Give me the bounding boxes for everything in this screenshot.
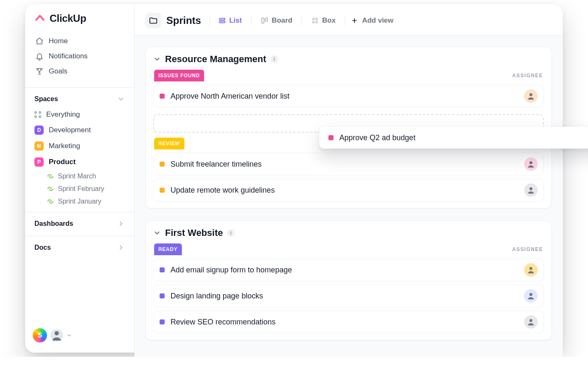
nav-home[interactable]: Home — [29, 34, 130, 49]
nav-goals-label: Goals — [49, 67, 67, 76]
space-everything[interactable]: Everything — [29, 107, 130, 122]
assignee-avatar[interactable] — [524, 315, 538, 329]
status-square-icon — [160, 319, 165, 324]
home-icon — [35, 37, 44, 45]
divider — [345, 16, 345, 26]
folder-icon — [149, 16, 158, 25]
status-square-icon — [160, 162, 165, 167]
task-row[interactable]: Update remote work guidelines — [153, 179, 544, 201]
tab-board[interactable]: Board — [257, 14, 296, 27]
spaces-header[interactable]: Spaces — [25, 93, 134, 107]
sprint-label: Sprint February — [58, 185, 104, 193]
space-badge: M — [34, 141, 44, 151]
space-everything-label: Everything — [46, 110, 80, 119]
clickup-logo-icon — [34, 13, 45, 24]
sprint-item[interactable]: Sprint February — [42, 183, 130, 195]
status-pill-review[interactable]: REVIEW — [154, 138, 184, 149]
task-title: Design landing page blocks — [171, 292, 263, 301]
nav-notifications[interactable]: Notifications — [29, 49, 130, 64]
task-title: Update remote work guidelines — [171, 186, 275, 195]
assignee-avatar[interactable] — [524, 157, 538, 171]
space-marketing[interactable]: M Marketing — [29, 138, 130, 154]
nav-notifications-label: Notifications — [49, 52, 88, 60]
grid-icon — [34, 111, 41, 118]
card-title: First Website — [165, 227, 223, 238]
status-square-icon — [160, 267, 165, 272]
page-title: Sprints — [166, 15, 201, 26]
task-row[interactable]: Submit freelancer timelines — [153, 153, 544, 175]
status-square-icon — [328, 135, 333, 140]
assignee-avatar[interactable] — [524, 89, 538, 103]
divider — [302, 16, 302, 26]
spaces-header-label: Spaces — [34, 95, 58, 103]
space-badge: P — [34, 157, 44, 167]
dashboards-header[interactable]: Dashboards — [25, 217, 134, 232]
card-header[interactable]: Resource Management i — [153, 54, 544, 65]
task-title: Add email signup form to homepage — [171, 266, 292, 274]
brand[interactable]: ClickUp — [25, 13, 134, 31]
bell-icon — [35, 52, 44, 60]
tab-box[interactable]: Box — [308, 14, 339, 27]
card-first-website: First Website i READY ASSIGNEE Add email… — [145, 220, 552, 340]
svg-rect-8 — [315, 21, 318, 24]
card-title: Resource Management — [165, 54, 266, 65]
assignee-avatar[interactable] — [524, 289, 538, 303]
nav-goals[interactable]: Goals — [29, 64, 130, 79]
folder-chip[interactable] — [145, 13, 161, 29]
info-icon[interactable]: i — [227, 229, 235, 237]
section-docs: Docs — [25, 236, 134, 256]
app-window: ClickUp Home Notifications Goals — [25, 4, 563, 353]
add-view[interactable]: Add view — [351, 16, 394, 25]
svg-point-13 — [530, 187, 533, 190]
space-product[interactable]: P Product — [29, 154, 130, 170]
task-row[interactable]: Design landing page blocks — [153, 285, 544, 307]
chevron-down-icon — [153, 55, 161, 63]
space-label: Marketing — [49, 142, 80, 150]
section-dashboards: Dashboards — [25, 212, 134, 232]
space-label: Product — [49, 158, 76, 166]
board-icon — [261, 17, 268, 24]
task-row[interactable]: Approve North American vendor list — [153, 85, 544, 107]
task-title: Approve Q2 ad budget — [339, 133, 415, 142]
space-development[interactable]: D Development — [29, 122, 130, 138]
sidebar-user[interactable]: S — [25, 324, 134, 347]
assignee-avatar[interactable] — [524, 263, 538, 277]
sprint-item[interactable]: Sprint January — [42, 195, 130, 208]
tasklist-review: Submit freelancer timelines Update remot… — [153, 153, 544, 201]
sprint-item[interactable]: Sprint March — [42, 170, 130, 183]
tab-list[interactable]: List — [215, 14, 245, 27]
svg-rect-2 — [219, 21, 225, 23]
status-square-icon — [160, 188, 165, 193]
sprint-icon — [47, 186, 54, 192]
task-row[interactable]: Review SEO recommendations — [153, 311, 544, 333]
svg-point-12 — [530, 161, 533, 164]
docs-header[interactable]: Docs — [25, 241, 134, 256]
space-list: Everything D Development M Marketing P P… — [25, 107, 134, 208]
content: Resource Management i ISSUES FOUND ASSIG… — [134, 36, 563, 357]
tab-board-label: Board — [272, 16, 292, 25]
group-head-issues: ISSUES FOUND ASSIGNEE — [154, 70, 543, 81]
svg-rect-3 — [262, 18, 264, 23]
chevron-down-icon — [117, 95, 125, 103]
svg-rect-4 — [265, 18, 267, 21]
sprint-label: Sprint January — [58, 198, 101, 205]
box-icon — [311, 17, 319, 24]
product-children: Sprint March Sprint February Sprint Janu… — [29, 170, 130, 208]
space-badge: D — [34, 125, 44, 135]
info-icon[interactable]: i — [270, 55, 278, 63]
divider — [210, 16, 210, 26]
assignee-avatar[interactable] — [524, 183, 538, 197]
assignee-header: ASSIGNEE — [512, 73, 543, 78]
status-pill-ready[interactable]: READY — [154, 243, 182, 255]
status-pill-issues-found[interactable]: ISSUES FOUND — [154, 70, 204, 81]
card-header[interactable]: First Website i — [153, 227, 544, 238]
docs-label: Docs — [34, 244, 51, 251]
user-avatar — [50, 329, 63, 342]
svg-point-11 — [530, 93, 533, 96]
task-row[interactable]: Add email signup form to homepage — [153, 259, 544, 281]
topbar: Sprints List Board — [134, 4, 563, 36]
dragging-task-card[interactable]: Approve Q2 ad budget — [319, 127, 588, 149]
group-head-ready: READY ASSIGNEE — [154, 243, 543, 255]
main: Sprints List Board — [134, 4, 563, 353]
brand-name: ClickUp — [50, 13, 86, 24]
